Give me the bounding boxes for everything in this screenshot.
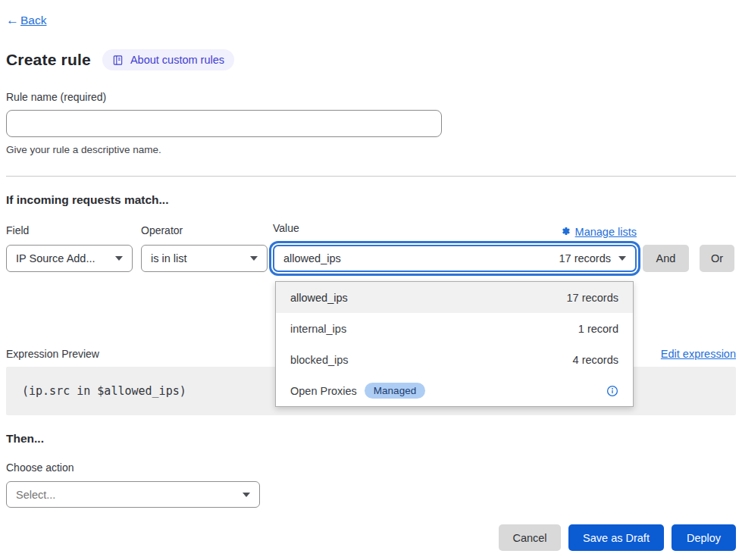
choose-action-label: Choose action <box>6 461 736 474</box>
list-item-open-proxies[interactable]: Open Proxies Managed <box>276 375 633 406</box>
lists-dropdown-panel: allowed_ips 17 records internal_ips 1 re… <box>275 281 634 407</box>
rule-name-input[interactable] <box>6 110 442 137</box>
operator-select-value: is in list <box>151 252 187 264</box>
operator-label: Operator <box>141 224 268 239</box>
field-label: Field <box>6 224 133 239</box>
about-custom-rules-link[interactable]: About custom rules <box>102 49 234 70</box>
value-label: Value <box>273 222 299 237</box>
action-select-placeholder: Select... <box>16 489 55 501</box>
chevron-down-icon <box>618 256 626 261</box>
value-combobox[interactable]: allowed_ips 17 records <box>273 245 637 272</box>
operator-select[interactable]: is in list <box>141 245 268 272</box>
then-section-heading: Then... <box>6 432 736 446</box>
title-row: Create rule About custom rules <box>6 49 736 70</box>
field-select[interactable]: IP Source Add... <box>6 245 133 272</box>
back-row: ← Back <box>6 0 736 28</box>
operator-column: Operator is in list <box>141 224 268 272</box>
expression-preview-label: Expression Preview <box>6 348 99 360</box>
value-combobox-value: allowed_ips <box>283 252 341 264</box>
list-item-records: 17 records <box>566 292 618 304</box>
match-section-heading: If incoming requests match... <box>6 193 736 207</box>
expression-code: (ip.src in $allowed_ips) <box>22 384 186 398</box>
about-custom-rules-label: About custom rules <box>130 54 224 66</box>
gear-icon <box>560 226 571 239</box>
manage-lists-label: Manage lists <box>575 226 637 238</box>
footer-actions: Cancel Save as Draft Deploy <box>6 524 736 551</box>
list-item-left: Open Proxies Managed <box>290 383 425 399</box>
back-arrow-icon: ← <box>6 13 19 28</box>
save-as-draft-button[interactable]: Save as Draft <box>568 524 664 551</box>
cancel-button[interactable]: Cancel <box>499 524 561 551</box>
list-item-internal-ips[interactable]: internal_ips 1 record <box>276 313 633 344</box>
value-label-row: Value Manage lists <box>273 224 637 239</box>
rule-name-label: Rule name (required) <box>6 91 736 103</box>
chevron-down-icon <box>115 256 123 261</box>
field-column: Field IP Source Add... <box>6 224 133 272</box>
rule-name-helper-text: Give your rule a descriptive name. <box>6 144 736 155</box>
and-or-buttons: And Or <box>643 224 734 272</box>
list-item-allowed-ips[interactable]: allowed_ips 17 records <box>276 282 633 313</box>
chevron-down-icon <box>243 493 250 497</box>
value-combobox-right: 17 records <box>559 252 626 264</box>
create-rule-page: ← Back Create rule About custom rules Ru… <box>0 0 742 560</box>
list-item-name: blocked_ips <box>290 354 349 366</box>
back-link-label: Back <box>20 14 46 27</box>
or-button[interactable]: Or <box>700 245 734 272</box>
info-icon[interactable] <box>606 385 618 397</box>
edit-expression-link[interactable]: Edit expression <box>661 348 736 360</box>
action-select[interactable]: Select... <box>6 481 260 508</box>
condition-row: Field IP Source Add... Operator is in li… <box>6 224 736 272</box>
and-button[interactable]: And <box>643 245 689 272</box>
back-link[interactable]: ← Back <box>6 13 46 28</box>
section-divider <box>6 176 736 177</box>
list-item-name: Open Proxies <box>290 385 357 397</box>
book-icon <box>112 55 124 66</box>
list-item-records: 1 record <box>578 323 618 335</box>
field-select-value: IP Source Add... <box>16 252 95 264</box>
value-records-count: 17 records <box>559 252 611 264</box>
value-column: Value Manage lists allowed_ips 17 record… <box>273 224 637 272</box>
list-item-blocked-ips[interactable]: blocked_ips 4 records <box>276 344 633 375</box>
deploy-button[interactable]: Deploy <box>672 524 736 551</box>
chevron-down-icon <box>250 256 258 261</box>
manage-lists-link[interactable]: Manage lists <box>560 226 637 239</box>
list-item-name: allowed_ips <box>290 292 348 304</box>
managed-badge: Managed <box>365 383 425 399</box>
list-item-name: internal_ips <box>290 323 346 335</box>
page-title: Create rule <box>6 51 91 69</box>
list-item-records: 4 records <box>573 354 618 366</box>
